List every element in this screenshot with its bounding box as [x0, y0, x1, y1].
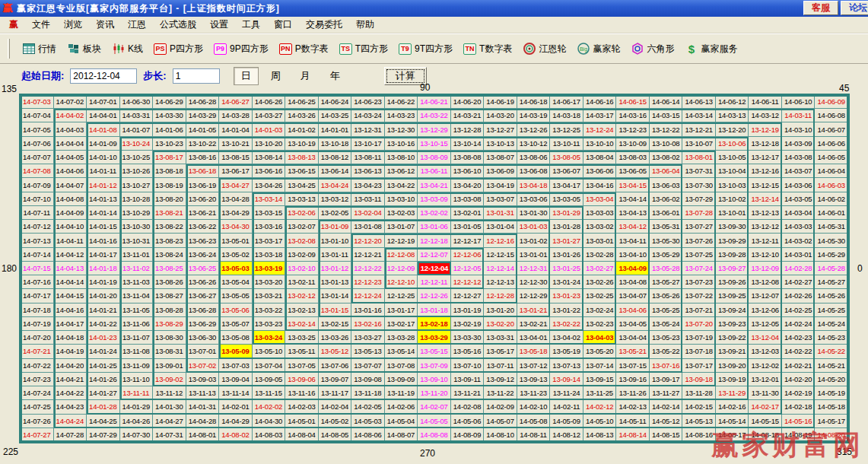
date-cell[interactable]: 13-06-30: [186, 331, 220, 345]
date-cell[interactable]: 13-10-22: [186, 137, 220, 151]
date-cell[interactable]: 13-12-18: [749, 137, 782, 151]
date-cell[interactable]: 13-12-13: [749, 206, 782, 220]
period-option-周[interactable]: 周: [263, 67, 288, 85]
date-cell[interactable]: 12-12-25: [385, 289, 418, 303]
date-cell[interactable]: 13-05-07: [219, 317, 253, 331]
date-cell[interactable]: 14-02-16: [716, 400, 749, 414]
date-cell[interactable]: 13-02-20: [484, 317, 517, 331]
date-cell[interactable]: 13-06-27: [186, 289, 220, 303]
titlebar-button-kefu[interactable]: 客服: [803, 1, 838, 15]
date-cell[interactable]: 13-09-12: [484, 373, 517, 386]
date-cell[interactable]: 13-06-18: [186, 164, 220, 178]
date-cell[interactable]: 14-01-28: [87, 400, 120, 414]
date-cell[interactable]: 14-01-12: [87, 178, 120, 192]
date-cell[interactable]: 13-11-12: [153, 386, 186, 400]
date-cell[interactable]: 14-01-14: [87, 206, 120, 220]
date-cell[interactable]: 14-05-13: [682, 415, 716, 428]
date-cell[interactable]: 14-02-28: [782, 262, 816, 275]
date-cell[interactable]: 13-10-21: [219, 137, 253, 151]
date-cell[interactable]: 14-07-06: [21, 137, 54, 151]
date-cell[interactable]: 14-07-29: [87, 428, 120, 442]
date-cell[interactable]: 13-03-30: [451, 331, 485, 345]
date-cell[interactable]: 14-03-31: [120, 109, 154, 122]
date-cell[interactable]: 13-01-01: [517, 248, 551, 262]
date-cell[interactable]: 13-02-03: [385, 206, 418, 220]
menu-item-江恩[interactable]: 江恩: [122, 17, 152, 33]
date-cell[interactable]: 13-05-31: [650, 220, 683, 234]
date-cell[interactable]: 14-06-26: [253, 95, 286, 109]
date-cell[interactable]: 13-11-09: [120, 359, 154, 373]
date-cell[interactable]: 13-01-18: [418, 304, 451, 317]
date-cell[interactable]: 13-11-28: [682, 386, 716, 400]
date-cell[interactable]: 14-02-06: [385, 400, 418, 414]
date-cell[interactable]: 13-12-05: [749, 317, 782, 331]
date-cell[interactable]: 14-05-29: [815, 248, 848, 262]
date-cell[interactable]: 13-06-17: [219, 164, 253, 178]
date-cell[interactable]: 13-08-12: [319, 151, 352, 164]
date-cell[interactable]: 13-03-18: [253, 248, 286, 262]
date-cell[interactable]: 14-04-19: [54, 345, 87, 358]
date-cell[interactable]: 13-02-27: [583, 262, 617, 275]
date-cell[interactable]: 13-07-17: [682, 359, 716, 373]
date-cell[interactable]: 13-03-03: [583, 206, 617, 220]
date-cell[interactable]: 14-01-25: [87, 359, 120, 373]
date-cell[interactable]: 14-04-18: [54, 331, 87, 345]
date-cell[interactable]: 14-07-18: [21, 304, 54, 317]
date-cell[interactable]: 13-09-01: [153, 359, 186, 373]
date-cell[interactable]: 14-05-31: [815, 220, 848, 234]
date-cell[interactable]: 14-04-01: [87, 109, 120, 122]
date-cell[interactable]: 13-09-24: [716, 304, 749, 317]
date-cell[interactable]: 13-12-21: [682, 122, 716, 136]
date-cell[interactable]: 13-03-26: [319, 331, 352, 345]
date-cell[interactable]: 14-02-10: [517, 400, 551, 414]
date-cell[interactable]: 14-06-02: [815, 192, 848, 206]
date-cell[interactable]: 13-10-10: [583, 137, 617, 151]
date-cell[interactable]: 14-06-20: [451, 95, 485, 109]
date-cell[interactable]: 14-07-27: [21, 428, 54, 442]
period-option-月[interactable]: 月: [293, 67, 318, 85]
date-cell[interactable]: 13-06-10: [451, 164, 485, 178]
date-cell[interactable]: 14-01-04: [219, 122, 253, 136]
date-cell[interactable]: 13-12-10: [749, 248, 782, 262]
date-cell[interactable]: 13-08-19: [153, 178, 186, 192]
date-cell[interactable]: 14-02-27: [782, 275, 816, 289]
date-cell[interactable]: 13-02-04: [351, 206, 385, 220]
date-cell[interactable]: 13-03-07: [484, 192, 517, 206]
date-cell[interactable]: 14-06-21: [418, 95, 451, 109]
date-cell[interactable]: 13-04-09: [616, 262, 650, 275]
date-cell[interactable]: 13-06-05: [616, 164, 650, 178]
date-cell[interactable]: 14-05-11: [616, 415, 650, 428]
date-cell[interactable]: 14-04-21: [54, 373, 87, 386]
date-cell[interactable]: 14-08-13: [583, 428, 617, 442]
date-cell[interactable]: 14-04-11: [54, 234, 87, 247]
date-cell[interactable]: 13-10-27: [120, 178, 154, 192]
menu-item-公式选股[interactable]: 公式选股: [154, 17, 202, 33]
date-cell[interactable]: 14-05-04: [385, 415, 418, 428]
date-cell[interactable]: 13-09-22: [716, 331, 749, 345]
date-cell[interactable]: 14-05-03: [351, 415, 385, 428]
date-cell[interactable]: 13-01-29: [550, 206, 583, 220]
date-cell[interactable]: 12-12-10: [385, 275, 418, 289]
date-cell[interactable]: 13-04-29: [219, 206, 253, 220]
date-cell[interactable]: 12-12-15: [484, 248, 517, 262]
date-cell[interactable]: 12-12-17: [451, 234, 485, 247]
tool-板块[interactable]: 板块: [67, 43, 101, 56]
date-cell[interactable]: 13-06-25: [186, 262, 220, 275]
date-cell[interactable]: 12-12-13: [484, 275, 517, 289]
date-cell[interactable]: 14-01-06: [153, 122, 186, 136]
date-cell[interactable]: 13-10-24: [120, 137, 154, 151]
date-cell[interactable]: 14-03-08: [782, 151, 816, 164]
date-cell[interactable]: 13-08-28: [153, 304, 186, 317]
date-cell[interactable]: 13-08-31: [153, 345, 186, 358]
tool-江恩轮[interactable]: 江恩轮: [523, 43, 566, 56]
date-cell[interactable]: 13-12-17: [749, 151, 782, 164]
date-cell[interactable]: 14-01-31: [186, 400, 220, 414]
date-cell[interactable]: 13-08-11: [351, 151, 385, 164]
tool-行情[interactable]: 行情: [22, 43, 56, 56]
date-cell[interactable]: 14-06-28: [186, 95, 220, 109]
date-cell[interactable]: 14-01-15: [87, 220, 120, 234]
date-cell[interactable]: 13-11-16: [285, 386, 319, 400]
date-cell[interactable]: 13-03-02: [583, 220, 617, 234]
date-cell[interactable]: 12-12-08: [385, 248, 418, 262]
date-cell[interactable]: 14-03-04: [782, 206, 816, 220]
